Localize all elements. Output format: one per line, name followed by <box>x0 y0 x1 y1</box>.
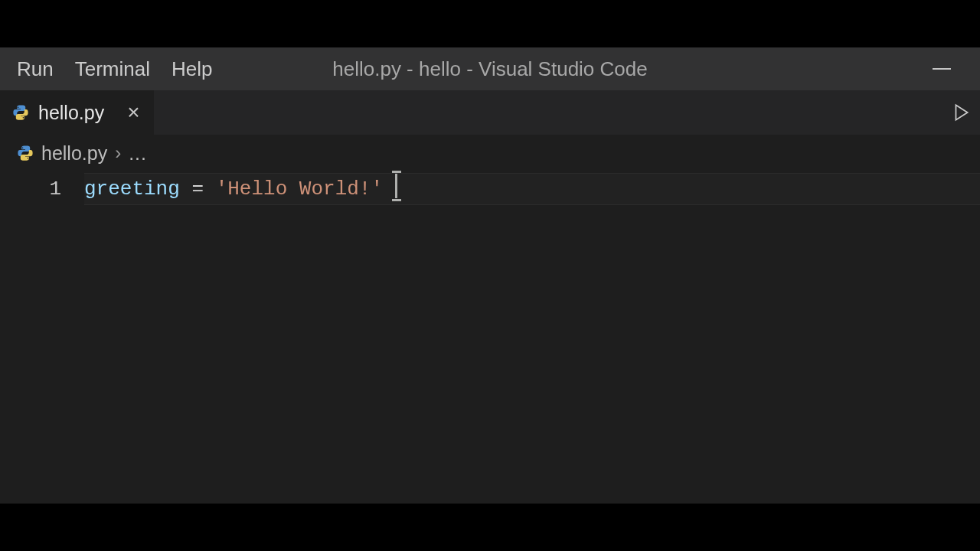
tab-strip: hello.py × <box>0 90 980 135</box>
title-bar: Run Terminal Help hello.py - hello - Vis… <box>0 47 980 90</box>
text-cursor <box>395 174 397 198</box>
tab-active[interactable]: hello.py × <box>0 90 154 135</box>
app-window: Run Terminal Help hello.py - hello - Vis… <box>0 47 980 504</box>
letterbox <box>0 504 980 551</box>
close-icon[interactable]: × <box>127 102 139 123</box>
tab-filename: hello.py <box>38 102 104 124</box>
breadcrumb-filename: hello.py <box>41 142 107 165</box>
breadcrumb[interactable]: hello.py › ... <box>0 135 980 171</box>
window-controls <box>933 68 951 70</box>
run-button[interactable] <box>951 103 971 122</box>
line-number: 1 <box>0 173 61 205</box>
menu-help[interactable]: Help <box>172 57 212 81</box>
python-icon <box>17 145 34 161</box>
menu-run[interactable]: Run <box>17 57 54 81</box>
menu-bar: Run Terminal Help <box>0 47 212 90</box>
chevron-right-icon: › <box>115 142 121 164</box>
window-title: hello.py - hello - Visual Studio Code <box>332 57 647 81</box>
python-icon <box>12 104 29 121</box>
token-string: 'Hello World!' <box>216 178 383 201</box>
menu-terminal[interactable]: Terminal <box>75 57 150 81</box>
minimize-icon[interactable] <box>933 68 951 70</box>
token-operator: = <box>180 178 216 201</box>
code-editor[interactable]: 1 greeting = 'Hello World!' <box>0 171 980 504</box>
play-icon <box>951 103 971 122</box>
code-area[interactable]: greeting = 'Hello World!' <box>84 171 980 504</box>
tab-empty-area <box>154 90 980 135</box>
letterbox <box>0 0 980 47</box>
breadcrumb-ellipsis[interactable]: ... <box>129 142 147 165</box>
code-line[interactable]: greeting = 'Hello World!' <box>84 173 980 205</box>
token-variable: greeting <box>84 178 180 201</box>
line-gutter: 1 <box>0 171 84 504</box>
